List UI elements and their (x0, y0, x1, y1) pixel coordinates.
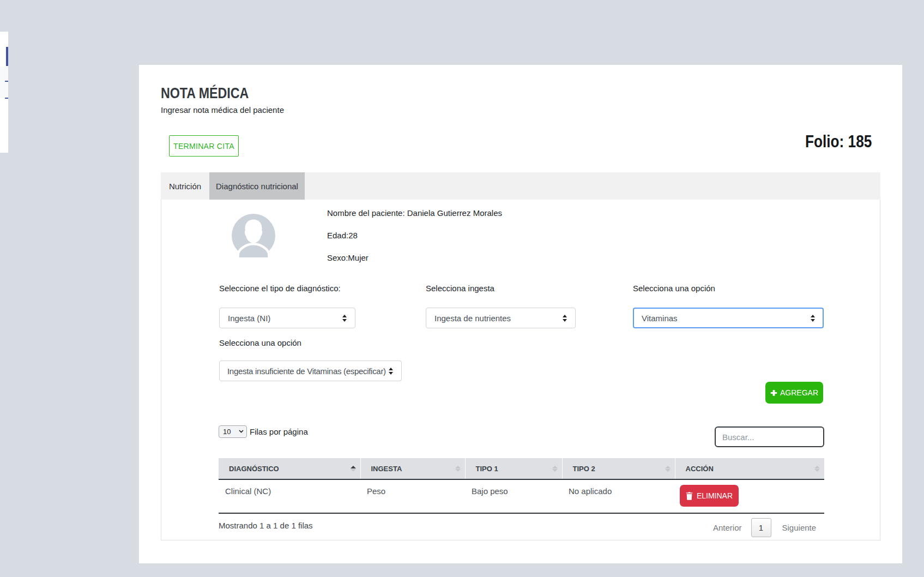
tab-bar: Nutrición Diagnóstico nutricional (161, 172, 880, 200)
intake-select[interactable]: Ingesta de nutrientes (426, 308, 576, 328)
delete-button-label: ELIMINAR (697, 491, 733, 500)
patient-age: Edad:28 (327, 229, 502, 242)
trash-icon (686, 492, 693, 500)
pagination-page-1[interactable]: 1 (751, 518, 771, 537)
option2-select-wrap: Ingesta insuficiente de Vitaminas (espec… (219, 360, 402, 381)
option1-label: Selecciona una opción (633, 283, 715, 294)
sort-icon[interactable] (552, 466, 558, 472)
option2-select[interactable]: Ingesta insuficiente de Vitaminas (espec… (219, 360, 402, 381)
pagination-previous[interactable]: Anterior (713, 523, 742, 532)
diagnosis-type-label: Seleccione el tipo de diagnóstico: (219, 283, 341, 294)
add-button[interactable]: AGREGAR (765, 382, 823, 404)
page-title: NOTA MÉDICA (161, 85, 249, 102)
folio-number: Folio: 185 (805, 131, 872, 152)
cell-tipo1: Bajo peso (465, 479, 562, 513)
pagination-next[interactable]: Siguiente (782, 523, 817, 532)
header-accion[interactable]: ACCIÓN (675, 458, 824, 479)
diagnosis-table: DIAGNÓSTICO INGESTA TIPO 1 TIPO 2 ACCIÓN… (219, 458, 824, 514)
add-button-label: AGREGAR (780, 388, 818, 397)
patient-name: Nombre del paciente: Daniela Gutierrez M… (327, 207, 502, 220)
option2-label: Selecciona una opción (219, 337, 301, 348)
intake-label: Selecciona ingesta (426, 283, 494, 294)
pagination: Anterior 1 Siguiente (713, 518, 816, 537)
diagnosis-type-select[interactable]: Ingesta (NI) (219, 308, 355, 328)
left-edge-panel-dash (5, 81, 8, 82)
finish-appointment-button[interactable]: TERMINAR CITA (169, 135, 239, 157)
header-diagnostico[interactable]: DIAGNÓSTICO (219, 458, 360, 479)
sort-icon[interactable] (814, 466, 820, 472)
rows-per-page-label: Filas por página (250, 426, 308, 437)
sort-icon[interactable] (665, 466, 671, 472)
patient-avatar (232, 214, 275, 257)
medical-note-card: NOTA MÉDICA Ingresar nota médica del pac… (139, 65, 902, 563)
table-summary: Mostrando 1 a 1 de 1 filas (219, 520, 313, 531)
tab-pane-diagnostico: Nombre del paciente: Daniela Gutierrez M… (161, 200, 880, 540)
search-input[interactable] (715, 426, 824, 447)
cell-tipo2: No aplicado (562, 479, 675, 513)
option1-select[interactable]: Vitaminas (633, 308, 824, 328)
cell-accion: ELIMINAR (675, 479, 824, 513)
page-subtitle: Ingresar nota médica del paciente (161, 105, 284, 115)
intake-select-wrap: Ingesta de nutrientes (426, 308, 576, 328)
left-edge-panel-dash (5, 98, 8, 99)
patient-sex: Sexo:Mujer (327, 251, 502, 265)
header-tipo1[interactable]: TIPO 1 (465, 458, 562, 479)
left-edge-panel (0, 32, 8, 153)
delete-button[interactable]: ELIMINAR (680, 485, 739, 507)
plus-icon (770, 389, 777, 396)
left-edge-panel-active-bar (6, 47, 8, 66)
patient-info: Nombre del paciente: Daniela Gutierrez M… (327, 207, 502, 274)
left-edge-panel-band (0, 67, 8, 98)
tab-diagnostico-nutricional[interactable]: Diagnóstico nutricional (209, 172, 305, 200)
diagnosis-type-select-wrap: Ingesta (NI) (219, 308, 355, 328)
rows-per-page-wrap: 10 (219, 425, 247, 438)
header-tipo2[interactable]: TIPO 2 (562, 458, 675, 479)
sort-icon[interactable] (455, 466, 461, 472)
table-header-row: DIAGNÓSTICO INGESTA TIPO 1 TIPO 2 ACCIÓN (219, 458, 824, 479)
cell-ingesta: Peso (360, 479, 465, 513)
rows-per-page-select[interactable]: 10 (219, 425, 247, 438)
header-ingesta[interactable]: INGESTA (360, 458, 465, 479)
sort-asc-icon[interactable] (351, 466, 356, 472)
table-row: Clinical (NC) Peso Bajo peso No aplicado… (219, 479, 824, 513)
tab-nutricion[interactable]: Nutrición (161, 172, 209, 200)
option1-select-wrap: Vitaminas (633, 308, 824, 328)
cell-diagnostico: Clinical (NC) (219, 479, 360, 513)
